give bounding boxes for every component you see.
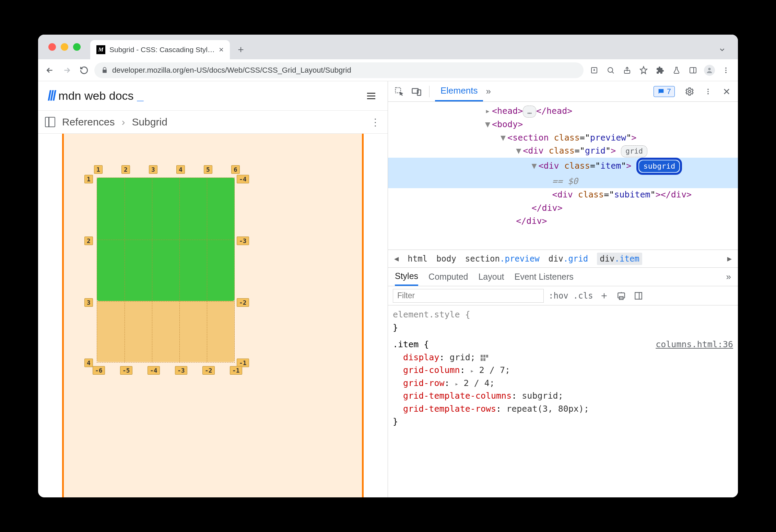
print-media-icon[interactable] bbox=[615, 290, 627, 302]
reload-button[interactable] bbox=[77, 63, 91, 77]
css-val[interactable]: grid; bbox=[450, 352, 475, 362]
styles-rules[interactable]: element.style { } .item { columns.html:3… bbox=[388, 305, 738, 497]
svg-point-7 bbox=[725, 72, 727, 73]
tabs-dropdown-icon[interactable] bbox=[717, 44, 728, 55]
address-bar[interactable]: developer.mozilla.org/en-US/docs/Web/CSS… bbox=[94, 62, 584, 78]
devtools-menu-icon[interactable] bbox=[701, 84, 715, 99]
dom-node[interactable]: <head> bbox=[492, 106, 523, 116]
settings-icon[interactable] bbox=[682, 84, 697, 99]
issues-badge[interactable]: 7 bbox=[654, 86, 675, 97]
dom-node[interactable]: <body> bbox=[492, 119, 523, 129]
computed-panel-icon[interactable] bbox=[632, 290, 645, 302]
crumb-html[interactable]: html bbox=[408, 254, 427, 264]
tab-close-icon[interactable]: × bbox=[219, 45, 224, 55]
svg-rect-3 bbox=[690, 68, 696, 73]
crumb-section[interactable]: section.preview bbox=[465, 254, 540, 264]
svg-rect-22 bbox=[483, 358, 485, 361]
more-subtabs-icon[interactable]: » bbox=[726, 271, 731, 282]
dom-breadcrumbs: ◀ html body section.preview div.grid div… bbox=[388, 250, 738, 268]
zoom-icon[interactable] bbox=[603, 63, 618, 77]
dom-node[interactable]: <div bbox=[552, 190, 578, 200]
close-window-button[interactable] bbox=[48, 43, 56, 51]
crumb-grid[interactable]: div.grid bbox=[549, 254, 588, 264]
css-val[interactable]: 2 / 4; bbox=[464, 378, 495, 388]
inspect-element-icon[interactable] bbox=[392, 84, 407, 99]
css-prop[interactable]: grid-column bbox=[403, 365, 460, 375]
new-tab-button[interactable]: + bbox=[233, 41, 249, 58]
dom-node[interactable]: <div bbox=[523, 146, 549, 156]
css-val[interactable]: repeat(3, 80px); bbox=[506, 404, 589, 414]
svg-point-13 bbox=[707, 91, 709, 92]
grid-label: 6 bbox=[231, 165, 240, 174]
tab-elements[interactable]: Elements bbox=[435, 81, 483, 101]
svg-point-11 bbox=[689, 90, 691, 93]
article-body: 1 2 3 4 5 6 1 2 3 4 -4 -3 -2 bbox=[38, 134, 388, 497]
url-text: developer.mozilla.org/en-US/docs/Web/CSS… bbox=[112, 66, 351, 75]
dom-node: </head> bbox=[536, 106, 572, 116]
grid-badge[interactable]: grid bbox=[621, 145, 647, 157]
cls-toggle[interactable]: .cls bbox=[573, 291, 593, 301]
mdn-logo-mark: /// bbox=[48, 88, 55, 104]
dom-node[interactable]: <section bbox=[507, 133, 554, 143]
svg-point-14 bbox=[707, 93, 709, 94]
svg-point-12 bbox=[707, 88, 709, 90]
lock-icon bbox=[101, 67, 108, 74]
back-button[interactable] bbox=[43, 63, 57, 77]
grid-editor-icon[interactable] bbox=[481, 355, 488, 361]
subtab-eventlisteners[interactable]: Event Listeners bbox=[515, 268, 574, 286]
share-icon[interactable] bbox=[620, 63, 634, 77]
maximize-window-button[interactable] bbox=[73, 43, 81, 51]
profile-button[interactable] bbox=[702, 63, 717, 77]
example-frame: 1 2 3 4 5 6 1 2 3 4 -4 -3 -2 bbox=[62, 134, 364, 497]
rule-source-link[interactable]: columns.html:36 bbox=[656, 338, 733, 351]
css-prop[interactable]: display bbox=[403, 352, 439, 362]
subtab-layout[interactable]: Layout bbox=[478, 268, 504, 286]
kebab-menu-icon[interactable] bbox=[719, 63, 733, 77]
browser-tab[interactable]: M Subgrid - CSS: Cascading Styl… × bbox=[90, 40, 230, 59]
css-val[interactable]: subgrid; bbox=[522, 391, 563, 401]
dom-tree[interactable]: ▸<head>…</head> ▼<body> ▼<section class=… bbox=[388, 102, 738, 250]
svg-rect-21 bbox=[481, 358, 483, 361]
styles-filter-input[interactable] bbox=[393, 289, 544, 303]
device-toolbar-icon[interactable] bbox=[409, 84, 424, 99]
more-tabs-icon[interactable]: » bbox=[486, 86, 491, 97]
bookmark-icon[interactable] bbox=[636, 63, 651, 77]
subgrid-badge[interactable]: subgrid bbox=[636, 158, 682, 175]
chev-left-icon[interactable]: ◀ bbox=[394, 254, 399, 263]
install-icon[interactable] bbox=[587, 63, 601, 77]
css-prop[interactable]: grid-row bbox=[403, 378, 444, 388]
minimize-window-button[interactable] bbox=[61, 43, 68, 51]
svg-point-1 bbox=[608, 68, 613, 72]
new-style-rule-icon[interactable] bbox=[598, 290, 610, 302]
chev-right-icon[interactable]: ▶ bbox=[727, 254, 732, 263]
window-controls bbox=[48, 35, 81, 59]
crumb-item[interactable]: div.item bbox=[597, 253, 642, 265]
devtools-close-icon[interactable] bbox=[719, 84, 734, 99]
extensions-icon[interactable] bbox=[653, 63, 667, 77]
hov-toggle[interactable]: :hov bbox=[549, 291, 568, 301]
mdn-logo[interactable]: /// mdn web docs _ bbox=[48, 88, 144, 104]
article-actions-icon[interactable]: ⋮ bbox=[371, 117, 381, 128]
grid-label: 4 bbox=[84, 359, 93, 367]
crumb-body[interactable]: body bbox=[436, 254, 456, 264]
grid-label: -6 bbox=[93, 366, 105, 375]
labs-icon[interactable] bbox=[669, 63, 684, 77]
mdn-header: /// mdn web docs _ bbox=[38, 81, 388, 111]
titlebar: M Subgrid - CSS: Cascading Styl… × + bbox=[38, 35, 738, 59]
dom-node-selected[interactable]: <div bbox=[538, 161, 564, 171]
subtab-computed[interactable]: Computed bbox=[428, 268, 468, 286]
breadcrumb-bar: References › Subgrid ⋮ bbox=[38, 111, 388, 134]
grid-label: -3 bbox=[237, 237, 249, 245]
svg-rect-19 bbox=[483, 355, 485, 358]
css-prop[interactable]: grid-template-rows bbox=[403, 404, 496, 414]
sidepanel-icon[interactable] bbox=[686, 63, 700, 77]
css-prop[interactable]: grid-template-columns bbox=[403, 391, 512, 401]
breadcrumb-references[interactable]: References bbox=[62, 116, 115, 128]
subtab-styles[interactable]: Styles bbox=[395, 268, 418, 286]
css-val[interactable]: 2 / 7; bbox=[479, 365, 510, 375]
grid-label: 4 bbox=[176, 165, 185, 174]
issues-count: 7 bbox=[667, 87, 671, 96]
hamburger-menu-icon[interactable] bbox=[364, 89, 378, 103]
sidebar-toggle-icon[interactable] bbox=[45, 117, 55, 127]
forward-button[interactable] bbox=[60, 63, 74, 77]
